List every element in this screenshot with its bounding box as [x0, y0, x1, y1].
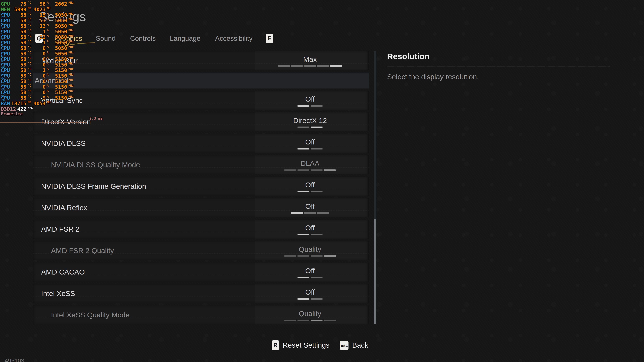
- overlay-row: MEM 5999 MB 4023 MB: [0, 6, 100, 12]
- tab-controls[interactable]: Controls: [130, 34, 156, 43]
- settings-row[interactable]: NVIDIA DLSS Off: [33, 134, 369, 153]
- overlay-value-3: 5150: [46, 62, 67, 68]
- setting-value-area[interactable]: Off: [278, 284, 342, 303]
- overlay-value-2: 1: [22, 29, 46, 34]
- slider-segment[interactable]: [298, 320, 310, 321]
- slider-segment-active[interactable]: [298, 191, 310, 192]
- slider-segment[interactable]: [317, 65, 329, 67]
- option-slider[interactable]: [298, 148, 322, 149]
- overlay-value-3: 2662: [46, 1, 67, 7]
- overlay-unit-3: MHz: [68, 45, 74, 49]
- slider-segment-active[interactable]: [310, 320, 322, 321]
- setting-value: Off: [305, 95, 315, 103]
- settings-scrollbar-thumb[interactable]: [374, 219, 376, 324]
- slider-segment[interactable]: [278, 65, 290, 67]
- slider-segment[interactable]: [298, 255, 310, 257]
- option-slider[interactable]: [298, 126, 322, 128]
- overlay-row: CPU3 58 °C 13 % 5050 MHz: [0, 23, 100, 29]
- option-slider[interactable]: [284, 169, 336, 171]
- slider-segment[interactable]: [310, 169, 322, 171]
- setting-value-area[interactable]: Off: [278, 177, 342, 196]
- settings-row[interactable]: AMD CACAO Off: [33, 263, 369, 282]
- setting-value-area[interactable]: Off: [278, 263, 342, 282]
- option-slider[interactable]: [284, 320, 336, 321]
- slider-segment[interactable]: [310, 255, 322, 257]
- option-slider[interactable]: [298, 234, 322, 235]
- slider-segment-active[interactable]: [298, 105, 310, 107]
- settings-row[interactable]: NVIDIA DLSS Quality Mode DLAA: [33, 155, 369, 174]
- setting-value-area[interactable]: DLAA: [278, 155, 342, 174]
- setting-value: Max: [303, 55, 317, 63]
- slider-segment-active[interactable]: [298, 298, 310, 300]
- slider-segment-active[interactable]: [298, 148, 310, 149]
- slider-segment[interactable]: [310, 191, 322, 192]
- option-slider[interactable]: [298, 191, 322, 192]
- settings-row[interactable]: AMD FSR 2 Quality Quality: [33, 241, 369, 260]
- slider-segment[interactable]: [304, 65, 316, 67]
- setting-label: NVIDIA DLSS: [41, 134, 86, 153]
- slider-segment[interactable]: [291, 65, 303, 67]
- slider-segment[interactable]: [284, 255, 296, 257]
- slider-segment[interactable]: [310, 105, 322, 107]
- slider-segment-active[interactable]: [330, 65, 342, 67]
- slider-segment-active[interactable]: [324, 255, 336, 257]
- tab-accessibility[interactable]: Accessibility: [215, 34, 252, 43]
- reset-settings-button[interactable]: Reset Settings: [282, 340, 330, 350]
- setting-value-area[interactable]: Quality: [278, 241, 342, 260]
- overlay-value-3: 5150: [46, 89, 67, 95]
- setting-value-area[interactable]: Quality: [278, 306, 342, 325]
- slider-segment[interactable]: [298, 169, 310, 171]
- slider-segment-active[interactable]: [310, 126, 322, 128]
- setting-value-area[interactable]: DirectX 12: [278, 112, 342, 131]
- slider-segment[interactable]: [304, 212, 316, 214]
- setting-label: NVIDIA Reflex: [41, 198, 87, 217]
- slider-segment[interactable]: [310, 234, 322, 235]
- option-slider[interactable]: [291, 212, 329, 214]
- setting-value-area[interactable]: Max: [278, 51, 342, 70]
- setting-label: NVIDIA DLSS Quality Mode: [51, 155, 140, 174]
- overlay-unit-3: MHz: [68, 23, 74, 26]
- slider-segment[interactable]: [310, 298, 322, 300]
- option-slider[interactable]: [284, 255, 336, 257]
- overlay-unit-3: MHz: [68, 78, 74, 82]
- overlay-unit-1: FPS: [28, 106, 33, 109]
- slider-segment[interactable]: [310, 148, 322, 149]
- slider-segment-active[interactable]: [291, 212, 303, 214]
- overlay-unit-3: MHz: [68, 12, 74, 15]
- back-button[interactable]: Back: [352, 340, 368, 350]
- settings-row[interactable]: NVIDIA Reflex Off: [33, 198, 369, 217]
- settings-row[interactable]: AMD FSR 2 Off: [33, 220, 369, 239]
- slider-segment[interactable]: [284, 320, 296, 321]
- setting-value: Quality: [299, 245, 321, 253]
- overlay-row: CPU12 58 °C 0 % 5150 MHz: [0, 73, 100, 78]
- settings-row[interactable]: NVIDIA DLSS Frame Generation Off: [33, 177, 369, 196]
- option-slider[interactable]: [298, 277, 322, 278]
- settings-row[interactable]: Intel XeSS Off: [33, 284, 369, 303]
- option-slider[interactable]: [298, 298, 322, 300]
- slider-segment-active[interactable]: [298, 277, 310, 278]
- detail-divider: [386, 66, 610, 67]
- slider-segment[interactable]: [298, 126, 310, 128]
- slider-segment-active[interactable]: [298, 234, 310, 235]
- setting-value-area[interactable]: Off: [278, 220, 342, 239]
- settings-scrollbar-track[interactable]: [374, 51, 376, 324]
- setting-value-area[interactable]: Off: [278, 91, 342, 110]
- overlay-unit-3: MHz: [68, 67, 74, 71]
- option-slider[interactable]: [298, 105, 322, 107]
- overlay-row: CPU9 58 °C 0 % 5150 MHz: [0, 56, 100, 62]
- slider-segment[interactable]: [284, 169, 296, 171]
- slider-segment[interactable]: [324, 320, 336, 321]
- setting-value: Off: [305, 224, 315, 232]
- tab-language[interactable]: Language: [170, 34, 200, 43]
- setting-value-area[interactable]: Off: [278, 198, 342, 217]
- slider-segment-active[interactable]: [324, 169, 336, 171]
- option-slider[interactable]: [278, 65, 342, 67]
- slider-segment[interactable]: [317, 212, 329, 214]
- overlay-value-2: 1: [22, 67, 46, 73]
- slider-segment[interactable]: [310, 277, 322, 278]
- setting-value-area[interactable]: Off: [278, 134, 342, 153]
- overlay-value-2: 4054: [22, 100, 46, 106]
- overlay-value-3: 5150: [46, 78, 67, 84]
- setting-value: DirectX 12: [293, 117, 327, 124]
- settings-row[interactable]: Intel XeSS Quality Mode Quality: [33, 306, 369, 325]
